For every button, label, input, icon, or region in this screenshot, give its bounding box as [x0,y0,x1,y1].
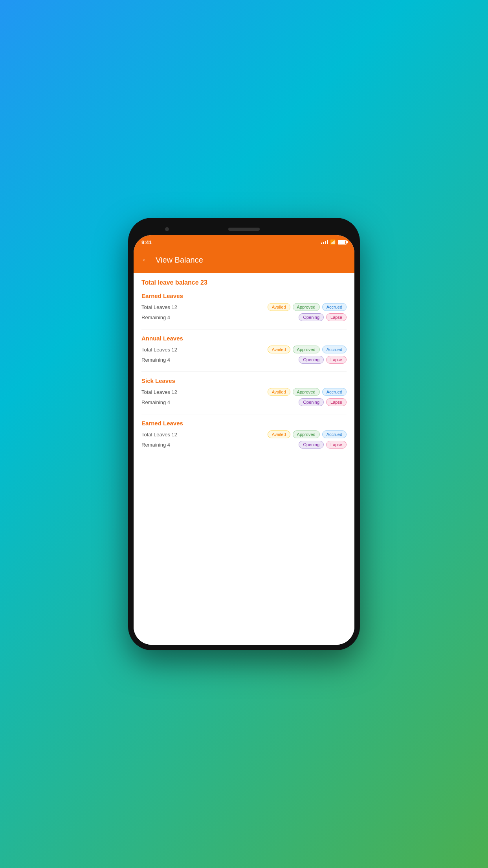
badge-opening-2-1-0: Opening [299,398,324,406]
badge-lapse-3-1-1: Lapse [326,441,347,449]
leave-sections: Earned LeavesTotal Leaves 12AvailedAppro… [141,292,347,462]
leave-section-earned-leaves-2: Earned LeavesTotal Leaves 12AvailedAppro… [141,420,347,456]
badge-availed-2-0-0: Availed [268,388,290,396]
badge-accrued-2-0-2: Accrued [322,388,347,396]
phone-screen: 9:41 📶 ← View Balance Total leave ba [134,235,354,645]
badge-approved-2-0-1: Approved [293,388,320,396]
leave-section-sick-leaves: Sick LeavesTotal Leaves 12AvailedApprove… [141,377,347,414]
page-header: ← View Balance [134,249,354,273]
badge-lapse-0-1-1: Lapse [326,313,347,321]
status-time: 9:41 [141,239,152,245]
row-label-1-0: Total Leaves 12 [141,347,177,353]
badge-lapse-1-1-1: Lapse [326,356,347,364]
total-balance-label: Total leave balance 23 [141,279,347,286]
leave-row-2-0: Total Leaves 12AvailedApprovedAccrued [141,388,347,396]
badge-group-1-1: OpeningLapse [299,356,347,364]
row-label-0-0: Total Leaves 12 [141,304,177,310]
leave-row-1-1: Remaining 4OpeningLapse [141,356,347,364]
badge-approved-1-0-1: Approved [293,346,320,353]
badge-group-0-0: AvailedApprovedAccrued [268,303,347,311]
section-title-0: Earned Leaves [141,292,347,299]
leave-row-1-0: Total Leaves 12AvailedApprovedAccrued [141,346,347,353]
row-label-3-1: Remaining 4 [141,442,170,448]
badge-opening-3-1-0: Opening [299,441,324,449]
row-label-2-1: Remaining 4 [141,399,170,405]
row-label-2-0: Total Leaves 12 [141,389,177,395]
row-label-1-1: Remaining 4 [141,357,170,363]
row-label-0-1: Remaining 4 [141,314,170,320]
badge-group-2-0: AvailedApprovedAccrued [268,388,347,396]
badge-availed-1-0-0: Availed [268,346,290,353]
badge-group-2-1: OpeningLapse [299,398,347,406]
signal-icon [321,240,328,244]
badge-accrued-1-0-2: Accrued [322,346,347,353]
battery-icon [338,240,347,245]
leave-section-annual-leaves: Annual LeavesTotal Leaves 12AvailedAppro… [141,335,347,372]
status-bar: 9:41 📶 [134,235,354,249]
phone-top-bar [134,223,354,235]
badge-opening-0-1-0: Opening [299,313,324,321]
badge-opening-1-1-0: Opening [299,356,324,364]
row-label-3-0: Total Leaves 12 [141,432,177,438]
back-button[interactable]: ← [141,255,150,265]
leave-section-earned-leaves-1: Earned LeavesTotal Leaves 12AvailedAppro… [141,292,347,329]
leave-row-0-0: Total Leaves 12AvailedApprovedAccrued [141,303,347,311]
phone-device: 9:41 📶 ← View Balance Total leave ba [128,218,360,650]
section-title-1: Annual Leaves [141,335,347,342]
leave-row-3-0: Total Leaves 12AvailedApprovedAccrued [141,430,347,438]
badge-group-1-0: AvailedApprovedAccrued [268,346,347,353]
badge-approved-3-0-1: Approved [293,430,320,438]
status-icons: 📶 [321,239,347,245]
leave-row-3-1: Remaining 4OpeningLapse [141,441,347,449]
wifi-icon: 📶 [330,239,336,245]
section-title-2: Sick Leaves [141,377,347,384]
section-title-3: Earned Leaves [141,420,347,427]
badge-group-3-0: AvailedApprovedAccrued [268,430,347,438]
badge-approved-0-0-1: Approved [293,303,320,311]
leave-row-0-1: Remaining 4OpeningLapse [141,313,347,321]
phone-camera [165,227,169,231]
phone-speaker [228,228,260,231]
badge-accrued-3-0-2: Accrued [322,430,347,438]
badge-group-0-1: OpeningLapse [299,313,347,321]
badge-accrued-0-0-2: Accrued [322,303,347,311]
badge-availed-0-0-0: Availed [268,303,290,311]
content-area: Total leave balance 23 Earned LeavesTota… [134,273,354,645]
badge-group-3-1: OpeningLapse [299,441,347,449]
page-title: View Balance [156,256,203,265]
badge-availed-3-0-0: Availed [268,430,290,438]
badge-lapse-2-1-1: Lapse [326,398,347,406]
leave-row-2-1: Remaining 4OpeningLapse [141,398,347,406]
